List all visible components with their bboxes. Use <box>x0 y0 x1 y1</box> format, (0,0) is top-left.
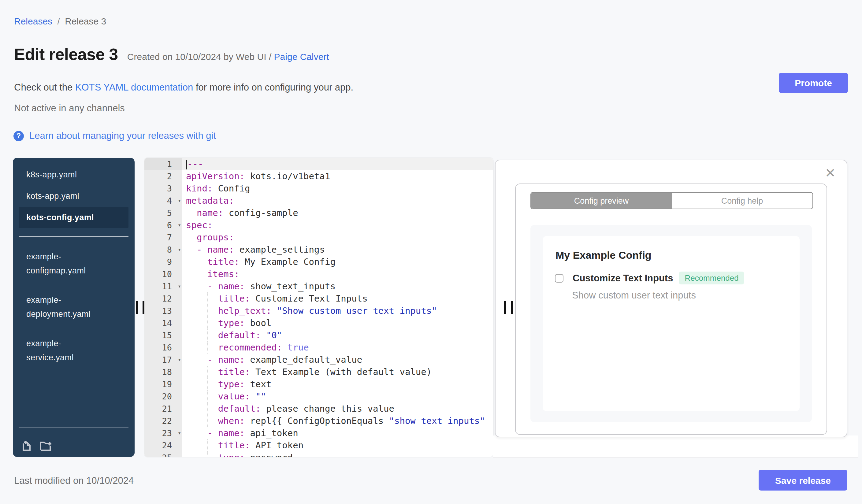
code-token: repl{{ ConfigOptionEquals <box>245 416 389 426</box>
code-token: API token <box>250 440 304 450</box>
code-line[interactable]: - name: example_default_value <box>182 354 493 366</box>
new-folder-icon[interactable] <box>40 440 53 451</box>
kots-yaml-doc-link[interactable]: KOTS YAML documentation <box>75 82 193 92</box>
code-token <box>186 257 207 267</box>
code-token: "" <box>256 392 266 401</box>
gutter-cell: 19 <box>144 378 182 390</box>
code-line[interactable]: - name: example_settings <box>182 243 493 256</box>
tab-config-preview[interactable]: Config preview <box>531 193 672 209</box>
code-line[interactable]: - name: api_token <box>182 427 493 439</box>
code-token: config-sample <box>223 208 298 218</box>
sidebar-resize-handle[interactable] <box>136 301 144 314</box>
code-line[interactable]: title: My Example Config <box>182 256 493 268</box>
code-line[interactable]: groups: <box>182 231 493 243</box>
gutter-cell: 9 <box>144 256 182 268</box>
code-line[interactable]: type: text <box>182 378 493 390</box>
code-line[interactable]: title: Text Example (with default value) <box>182 366 493 378</box>
file-item-k8s-app.yaml[interactable]: k8s-app.yaml <box>19 164 129 185</box>
code-token: Text Example (with default value) <box>250 367 432 377</box>
line-number: 12 <box>162 294 172 303</box>
new-file-icon[interactable] <box>22 440 32 451</box>
fold-icon[interactable]: ▾ <box>178 280 181 292</box>
code-line[interactable]: type: bool <box>182 317 493 329</box>
code-line[interactable]: --- <box>182 158 493 170</box>
code-line[interactable]: items: <box>182 268 493 280</box>
code-token: example_settings <box>234 245 325 254</box>
gutter-cell: 20 <box>144 390 182 402</box>
author-link[interactable]: Paige Calvert <box>274 51 329 62</box>
code-line[interactable]: type: password <box>182 451 493 457</box>
fold-icon[interactable]: ▾ <box>178 195 181 207</box>
git-help-label: Learn about managing your releases with … <box>29 130 216 141</box>
preview-tabs: Config previewConfig help <box>531 192 813 209</box>
customize-text-inputs-checkbox[interactable] <box>555 274 563 282</box>
config-preview-area: My Example Config Customize Text Inputs … <box>531 225 812 422</box>
code-line[interactable]: metadata: <box>182 195 493 207</box>
editor-line: 24 title: API token <box>144 439 493 451</box>
code-token <box>261 330 266 340</box>
sidebar-actions <box>22 440 53 451</box>
code-line[interactable]: - name: show_text_inputs <box>182 280 493 292</box>
code-line[interactable]: when: repl{{ ConfigOptionEquals "show_te… <box>182 415 493 427</box>
fold-icon[interactable]: ▾ <box>178 427 181 439</box>
code-token: My Example Config <box>239 257 336 267</box>
file-item-example-configmap.yaml[interactable]: example-configmap.yaml <box>19 245 129 282</box>
line-number: 20 <box>162 392 172 401</box>
code-line[interactable]: help_text: "Show custom user text inputs… <box>182 305 493 317</box>
line-number: 3 <box>167 184 172 193</box>
code-line[interactable]: apiVersion: kots.io/v1beta1 <box>182 170 493 182</box>
file-item-kots-config.yaml[interactable]: kots-config.yaml <box>19 207 129 228</box>
code-token <box>186 306 218 316</box>
doc-line: Check out the KOTS YAML documentation fo… <box>14 82 353 93</box>
code-token: - name: <box>207 281 245 291</box>
preview-resize-handle[interactable] <box>504 301 513 314</box>
gutter-cell: 1 <box>144 158 182 170</box>
code-line[interactable]: recommended: true <box>182 341 493 354</box>
code-token: recommended: <box>218 343 282 352</box>
code-line[interactable]: kind: Config <box>182 182 493 195</box>
code-line[interactable]: value: "" <box>182 390 493 402</box>
fold-icon[interactable]: ▾ <box>178 354 181 366</box>
code-line[interactable]: default: please change this value <box>182 402 493 415</box>
save-release-button[interactable]: Save release <box>759 470 847 491</box>
close-icon[interactable]: ✕ <box>825 167 836 179</box>
code-line[interactable]: default: "0" <box>182 329 493 341</box>
code-token: type: <box>218 318 245 328</box>
fold-icon[interactable]: ▾ <box>178 243 181 256</box>
code-token: show_text_inputs <box>245 281 336 291</box>
promote-button[interactable]: Promote <box>779 73 848 93</box>
editor-lines: 1---2apiVersion: kots.io/v1beta13kind: C… <box>144 158 493 457</box>
breadcrumb-releases-link[interactable]: Releases <box>14 16 52 26</box>
yaml-editor[interactable]: 1---2apiVersion: kots.io/v1beta13kind: C… <box>144 158 493 457</box>
file-item-example-service.yaml[interactable]: example-service.yaml <box>19 332 129 369</box>
code-token: apiVersion: <box>186 171 245 181</box>
editor-line: 13 help_text: "Show custom user text inp… <box>144 305 493 317</box>
code-token <box>186 404 218 413</box>
line-number: 15 <box>162 330 172 340</box>
code-token: metadata: <box>186 196 234 205</box>
config-item-label: Customize Text Inputs <box>573 273 673 283</box>
code-line[interactable]: title: API token <box>182 439 493 451</box>
file-item-example-deployment.yaml[interactable]: example-deployment.yaml <box>19 288 129 326</box>
code-token <box>186 453 218 457</box>
code-token <box>186 330 218 340</box>
sidebar-bottom-divider <box>19 427 129 428</box>
doc-suffix: for more info on configuring your app. <box>193 82 353 92</box>
code-token: password <box>245 453 293 457</box>
code-token <box>186 208 197 218</box>
code-token <box>186 343 218 352</box>
gutter-cell: 6▾ <box>144 219 182 231</box>
fold-icon[interactable]: ▾ <box>178 219 181 231</box>
code-line[interactable]: title: Customize Text Inputs <box>182 292 493 305</box>
config-item-row: Customize Text Inputs Recommended <box>555 271 800 284</box>
tab-config-help[interactable]: Config help <box>672 193 812 209</box>
last-modified-text: Last modified on 10/10/2024 <box>14 475 134 486</box>
code-line[interactable]: name: config-sample <box>182 207 493 219</box>
breadcrumb-current: Release 3 <box>65 16 106 26</box>
file-item-kots-app.yaml[interactable]: kots-app.yaml <box>19 185 129 207</box>
code-token: value: <box>218 392 250 401</box>
code-token <box>186 233 197 242</box>
code-line[interactable]: spec: <box>182 219 493 231</box>
git-help-link[interactable]: ? Learn about managing your releases wit… <box>13 130 216 141</box>
editor-line: 4▾metadata: <box>144 195 493 207</box>
